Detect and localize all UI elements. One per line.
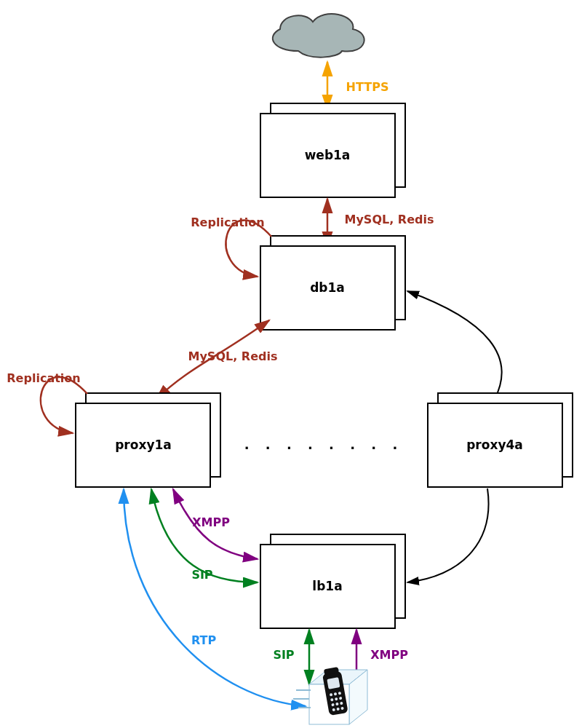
label-replication-2: Replication bbox=[7, 371, 80, 385]
node-lb1a: lb1a bbox=[260, 534, 405, 628]
label-rtp: RTP bbox=[191, 633, 217, 647]
svg-text:web1a: web1a bbox=[305, 148, 351, 162]
svg-text:proxy1a: proxy1a bbox=[115, 438, 172, 452]
edge-db-proxy4 bbox=[407, 291, 502, 399]
cloud-icon bbox=[273, 14, 364, 58]
label-https: HTTPS bbox=[346, 80, 389, 94]
label-sip-1: SIP bbox=[191, 568, 212, 582]
phone-icon bbox=[293, 667, 367, 724]
node-proxy1a: proxy1a bbox=[76, 393, 220, 487]
svg-text:db1a: db1a bbox=[310, 280, 345, 295]
node-proxy4a: proxy4a bbox=[428, 393, 573, 487]
label-sip-2: SIP bbox=[273, 648, 294, 662]
label-mysql-redis-2: MySQL, Redis bbox=[188, 349, 278, 363]
svg-text:lb1a: lb1a bbox=[312, 579, 342, 593]
svg-text:proxy4a: proxy4a bbox=[466, 438, 523, 452]
label-mysql-redis-1: MySQL, Redis bbox=[345, 213, 434, 226]
node-web1a: web1a bbox=[260, 103, 405, 197]
edge-proxy4-lb bbox=[407, 488, 489, 582]
label-xmpp-1: XMPP bbox=[192, 515, 230, 529]
label-replication-1: Replication bbox=[191, 215, 264, 229]
label-xmpp-2: XMPP bbox=[370, 648, 408, 662]
dots: . . . . . . . . bbox=[244, 437, 404, 452]
svg-rect-20 bbox=[327, 677, 340, 689]
node-db1a: db1a bbox=[260, 236, 405, 330]
architecture-diagram: HTTPS web1a MySQL, Redis db1a Replicatio… bbox=[0, 0, 582, 728]
